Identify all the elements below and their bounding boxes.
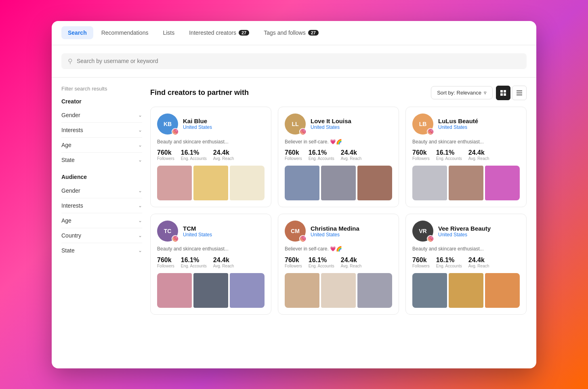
page-title: Find creators to partner with xyxy=(150,88,249,97)
followers-value: 760k xyxy=(157,149,174,156)
tab-tags-and-follows[interactable]: Tags and follows27 xyxy=(257,26,325,39)
audience-filter-age-label: Age xyxy=(61,217,71,224)
eng-accounts-label: Eng. Accounts xyxy=(309,156,334,161)
thumbnail-2 xyxy=(230,166,265,200)
filter-age[interactable]: Age ⌄ xyxy=(61,138,142,153)
avatar-wrapper: LL xyxy=(285,114,306,135)
thumb-placeholder xyxy=(157,273,192,308)
followers-value: 760k xyxy=(285,149,302,156)
stat-followers: 760k Followers xyxy=(412,149,430,161)
instagram-icon xyxy=(427,235,434,242)
search-input-wrapper: ⚲ xyxy=(61,53,527,69)
eng-accounts-value: 16.1% xyxy=(181,149,207,156)
creator-card[interactable]: CM Christina Medina United States Believ… xyxy=(278,214,399,315)
tab-interested-creators[interactable]: Interested creators27 xyxy=(183,26,256,39)
grid-view-button[interactable] xyxy=(496,86,510,100)
instagram-logo xyxy=(301,130,305,134)
avatar-wrapper: CM xyxy=(285,221,306,242)
card-stats: 760k Followers 16.1% Eng. Accounts 24.4k… xyxy=(412,257,520,268)
creator-card[interactable]: VR Vee Rivera Beauty United States Beaut… xyxy=(405,214,527,315)
audience-filter-gender[interactable]: Gender ⌄ xyxy=(61,183,142,198)
svg-rect-3 xyxy=(504,93,506,96)
thumb-placeholder xyxy=(321,166,356,200)
instagram-icon xyxy=(299,235,307,242)
eng-accounts-value: 16.1% xyxy=(309,149,334,156)
thumbnail-2 xyxy=(357,166,392,200)
avg-reach-value: 24.4k xyxy=(213,149,234,156)
eng-accounts-label: Eng. Accounts xyxy=(309,264,334,268)
avg-reach-label: Avg. Reach xyxy=(341,264,362,268)
tab-recommendations[interactable]: Recommendations xyxy=(95,26,155,39)
audience-filter-interests-label: Interests xyxy=(61,202,83,209)
audience-filter-state[interactable]: State ⌄ xyxy=(61,243,142,258)
sort-dropdown[interactable]: Sort by: Relevance ▿ xyxy=(431,86,493,99)
toolbar-right: Sort by: Relevance ▿ xyxy=(431,86,527,100)
stat-followers: 760k Followers xyxy=(157,257,174,268)
tab-lists[interactable]: Lists xyxy=(156,26,181,39)
svg-rect-5 xyxy=(517,93,522,93)
card-stats: 760k Followers 16.1% Eng. Accounts 24.4k… xyxy=(285,257,392,268)
stat-followers: 760k Followers xyxy=(157,149,174,161)
filter-interests[interactable]: Interests ⌄ xyxy=(61,123,142,138)
followers-label: Followers xyxy=(157,156,174,161)
thumb-placeholder xyxy=(157,166,192,200)
stat-followers: 760k Followers xyxy=(285,257,302,268)
filter-state[interactable]: State ⌄ xyxy=(61,153,142,167)
search-input[interactable] xyxy=(77,58,520,64)
audience-filter-interests[interactable]: Interests ⌄ xyxy=(61,198,142,213)
instagram-logo xyxy=(301,237,305,241)
thumbnail-2 xyxy=(485,166,520,200)
creator-bio: Believer in self-care. 💗🌈 xyxy=(285,246,392,252)
followers-label: Followers xyxy=(412,156,430,161)
eng-accounts-value: 16.1% xyxy=(436,257,462,264)
filter-gender-label: Gender xyxy=(61,112,80,118)
eng-accounts-value: 16.1% xyxy=(309,257,334,264)
svg-rect-1 xyxy=(504,90,506,93)
audience-filter-country[interactable]: Country ⌄ xyxy=(61,228,142,243)
card-info: Love It Louisa United States xyxy=(311,118,351,130)
thumb-placeholder xyxy=(285,166,319,200)
creator-card[interactable]: LL Love It Louisa United States Believer… xyxy=(278,107,399,208)
tab-search[interactable]: Search xyxy=(61,26,93,39)
tab-badge-interested-creators: 27 xyxy=(239,30,249,36)
thumbnail-0 xyxy=(157,166,192,200)
creator-card[interactable]: TC TCM United States Beauty and skincare… xyxy=(150,214,271,315)
stat-avg-reach: 24.4k Avg. Reach xyxy=(213,257,234,268)
avg-reach-value: 24.4k xyxy=(341,149,362,156)
thumbnail-1 xyxy=(321,273,356,308)
stat-eng-accounts: 16.1% Eng. Accounts xyxy=(181,149,207,161)
instagram-icon xyxy=(172,235,179,242)
stat-avg-reach: 24.4k Avg. Reach xyxy=(341,257,362,268)
followers-value: 760k xyxy=(285,257,302,264)
creator-card[interactable]: KB Kai Blue United States Beauty and ski… xyxy=(150,107,271,208)
filter-gender[interactable]: Gender ⌄ xyxy=(61,108,142,123)
creator-name: Love It Louisa xyxy=(311,118,351,124)
card-header: VR Vee Rivera Beauty United States xyxy=(412,221,520,242)
card-thumbnails xyxy=(285,166,392,200)
svg-rect-6 xyxy=(517,95,522,95)
thumbnail-1 xyxy=(193,273,228,308)
view-toggle xyxy=(496,86,527,100)
creator-name: Christina Medina xyxy=(311,225,359,232)
creator-card[interactable]: LB LuLus Beauté United States Beauty and… xyxy=(405,107,527,208)
creator-location: United States xyxy=(438,232,491,238)
audience-filter-age[interactable]: Age ⌄ xyxy=(61,213,142,228)
thumb-placeholder xyxy=(230,166,265,200)
search-icon: ⚲ xyxy=(68,57,73,65)
instagram-logo xyxy=(173,237,177,241)
thumb-placeholder xyxy=(357,273,392,308)
card-info: Vee Rivera Beauty United States xyxy=(438,225,491,238)
thumb-placeholder xyxy=(230,273,265,308)
stat-avg-reach: 24.4k Avg. Reach xyxy=(468,149,489,161)
eng-accounts-value: 16.1% xyxy=(436,149,462,156)
card-thumbnails xyxy=(412,166,520,200)
sidebar: Filter search results Creator Gender ⌄ I… xyxy=(61,86,142,315)
card-stats: 760k Followers 16.1% Eng. Accounts 24.4k… xyxy=(285,149,392,161)
avg-reach-label: Avg. Reach xyxy=(213,264,234,268)
thumbnail-0 xyxy=(285,273,319,308)
stat-followers: 760k Followers xyxy=(285,149,302,161)
followers-value: 760k xyxy=(157,257,174,264)
chevron-down-icon: ⌄ xyxy=(138,142,142,148)
list-view-button[interactable] xyxy=(512,86,527,100)
audience-filter-state-label: State xyxy=(61,247,75,254)
